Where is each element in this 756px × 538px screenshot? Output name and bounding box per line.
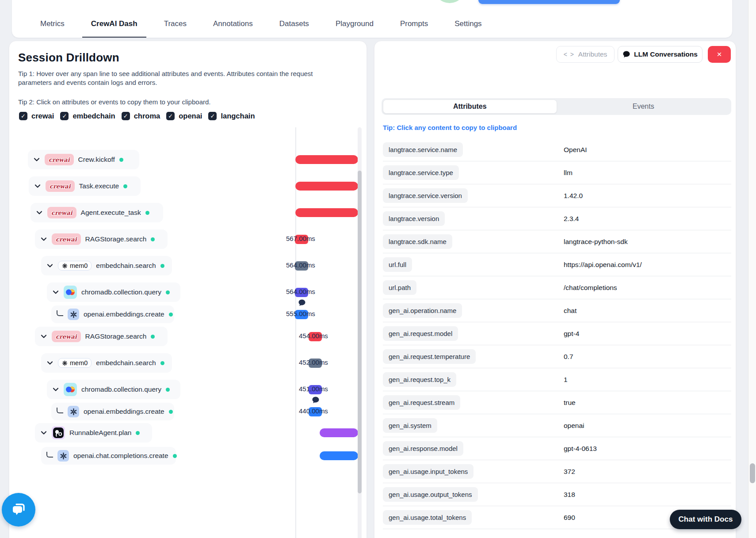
span-row-chromadb-collection-query[interactable]: chromadb.collection.query [47,380,180,399]
chevron-down-icon[interactable] [52,386,59,393]
page-scrollbar-thumb[interactable] [750,463,755,483]
avatar[interactable] [434,0,466,3]
page-title: Session Drilldown [18,51,119,65]
attribute-row: langtrace.service.typellm [383,161,731,184]
attribute-value[interactable]: gpt-4-0613 [564,445,597,453]
attribute-value[interactable]: /chat/completions [564,284,617,292]
chevron-down-icon[interactable] [34,183,41,190]
chevron-down-icon[interactable] [40,429,47,436]
attribute-key[interactable]: langtrace.service.version [383,188,468,203]
span-row-task-execute[interactable]: crewaiTask.execute [29,176,141,196]
attribute-value[interactable]: 1 [564,376,568,384]
span-tree-scrollbar-thumb[interactable] [358,171,362,493]
attribute-key[interactable]: langtrace.service.name [383,142,463,157]
attribute-value[interactable]: 0.7 [564,353,573,361]
checkbox-chroma[interactable]: ✓ [122,112,130,120]
span-row-embedchain-search[interactable]: mem0embedchain.search [41,353,172,373]
attribute-value[interactable]: OpenAI [564,146,587,154]
attribute-key[interactable]: langtrace.sdk.name [383,234,452,249]
tab-attributes[interactable]: Attributes [383,99,557,114]
attribute-key[interactable]: gen_ai.usage.total_tokens [383,510,472,525]
page-scrollbar[interactable] [748,0,756,538]
attribute-key[interactable]: gen_ai.usage.output_tokens [383,487,478,502]
llm-call-bubble-icon[interactable] [312,396,320,404]
attributes-toggle-label: Attributes [578,50,607,58]
tab-events[interactable]: Events [557,99,730,114]
span-row-runnableagent-plan[interactable]: RunnableAgent.plan [35,423,152,443]
span-row-embedchain-search[interactable]: mem0embedchain.search [41,256,172,275]
attribute-key[interactable]: gen_ai.request.stream [383,395,460,410]
chat-widget-button[interactable] [2,493,35,527]
attribute-value[interactable]: llm [564,169,573,177]
checkbox-langchain[interactable]: ✓ [208,112,217,120]
nav-tab-annotations[interactable]: Annotations [204,11,262,38]
attribute-value[interactable]: 690 [564,514,575,522]
attribute-key[interactable]: langtrace.version [383,211,445,226]
span-name: RAGStorage.search [85,332,147,340]
details-tabs: AttributesEvents [382,98,731,115]
attribute-key[interactable]: gen_ai.request.top_k [383,372,456,387]
nav-tab-playground[interactable]: Playground [327,11,382,38]
span-row-crew-kickoff[interactable]: crewaiCrew.kickoff [28,150,139,169]
attribute-value[interactable]: 2.3.4 [564,215,579,223]
span-row-ragstorage-search[interactable]: crewaiRAGStorage.search [35,327,168,346]
attribute-row: gen_ai.usage.output_tokens318 [383,483,731,506]
attribute-value[interactable]: https://api.openai.com/v1/ [564,261,642,269]
chevron-down-icon[interactable] [40,333,47,340]
checkbox-embedchain[interactable]: ✓ [60,112,69,120]
span-duration-bar[interactable] [320,428,358,437]
span-row-openai-embeddings-create[interactable]: openai.embeddings.create [51,403,174,420]
span-duration-bar[interactable] [295,208,358,217]
attribute-value[interactable]: chat [564,307,577,315]
span-duration-bar[interactable] [320,451,358,460]
attribute-value[interactable]: langtrace-python-sdk [564,238,628,246]
span-row-agent-execute-task[interactable]: crewaiAgent.execute_task [31,203,163,222]
attribute-key[interactable]: url.full [383,257,412,272]
attribute-key[interactable]: gen_ai.system [383,418,437,433]
attribute-key[interactable]: gen_ai.operation.name [383,303,462,318]
chat-with-docs-button[interactable]: Chat with Docs [670,510,741,529]
chevron-down-icon[interactable] [52,289,59,296]
nav-tab-settings[interactable]: Settings [446,11,490,38]
attribute-key[interactable]: gen_ai.usage.input_tokens [383,464,473,479]
status-dot [151,237,155,241]
chevron-down-icon[interactable] [46,359,53,366]
chevron-down-icon[interactable] [33,156,40,163]
attribute-key[interactable]: gen_ai.request.model [383,326,458,341]
attribute-key[interactable]: gen_ai.response.model [383,441,463,456]
attribute-value[interactable]: true [564,399,576,407]
span-row-openai-embeddings-create[interactable]: openai.embeddings.create [51,305,174,323]
credits-button[interactable]: Get more FREE credits for feedback » [478,0,620,4]
attribute-key[interactable]: gen_ai.request.temperature [383,349,476,364]
chevron-down-icon[interactable] [46,262,53,269]
attribute-key[interactable]: url.path [383,280,416,295]
nav-tab-traces[interactable]: Traces [155,11,195,38]
chevron-down-icon[interactable] [40,236,47,243]
checkbox-crewai[interactable]: ✓ [19,112,27,120]
span-duration-bar[interactable] [295,155,358,164]
span-duration-label: 452.00ms [299,359,328,366]
attribute-value[interactable]: 318 [564,491,575,499]
tip-1-text: Tip 1: Hover over any span line to see a… [18,69,328,87]
nav-tab-crewai-dash[interactable]: CrewAI Dash [82,11,146,38]
span-row-openai-chat-completions-create[interactable]: openai.chat.completions.create [41,447,176,465]
chevron-down-icon[interactable] [36,209,43,216]
checkbox-openai[interactable]: ✓ [166,112,175,120]
close-button[interactable]: × [708,46,731,63]
llm-call-bubble-icon[interactable] [298,299,306,307]
attribute-value[interactable]: 372 [564,468,575,476]
attribute-value[interactable]: 1.42.0 [564,192,583,200]
attribute-value[interactable]: openai [564,422,584,430]
llm-conversations-button[interactable]: LLM Conversations [618,46,703,63]
nav-tab-metrics[interactable]: Metrics [31,11,73,38]
nav-tab-prompts[interactable]: Prompts [391,11,437,38]
attribute-value[interactable]: gpt-4 [564,330,579,338]
attribute-key[interactable]: langtrace.service.type [383,165,459,180]
span-duration-bar[interactable] [295,182,358,191]
span-row-ragstorage-search[interactable]: crewaiRAGStorage.search [35,229,168,249]
filter-label: langchain [221,112,255,120]
attribute-row: langtrace.service.version1.42.0 [383,184,731,207]
attributes-toggle-button[interactable]: < > Attributes [556,46,615,63]
nav-tab-datasets[interactable]: Datasets [271,11,318,38]
span-row-chromadb-collection-query[interactable]: chromadb.collection.query [47,282,180,302]
